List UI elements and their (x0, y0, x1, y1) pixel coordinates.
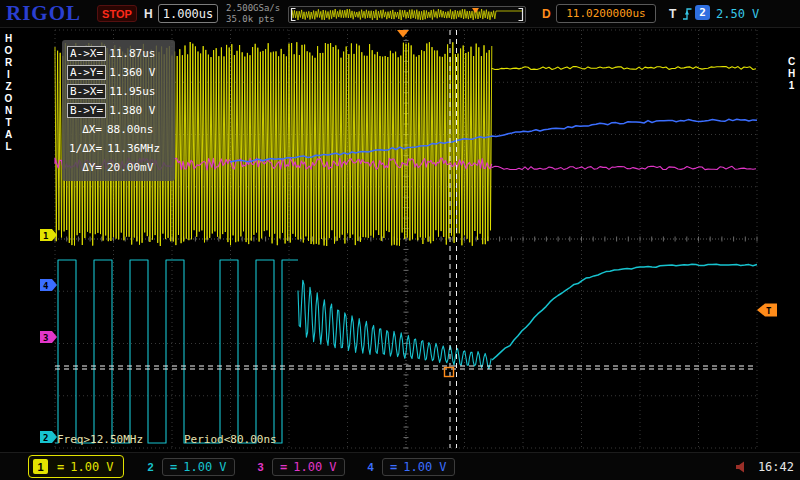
horizontal-label: H (144, 7, 153, 21)
cursor-bx-value: 11.95us (109, 85, 155, 98)
channel3-status[interactable]: 3 =1.00 V (248, 455, 350, 478)
right-menu-title: CH1 (786, 56, 797, 92)
cursor-ay-value: 1.360 V (109, 66, 155, 79)
cursor-invdx-label: 1/ΔX= (67, 141, 104, 156)
window-bracket-right (519, 9, 523, 21)
ch2-trace (492, 264, 757, 360)
cursor-bx-label: B->X= (67, 84, 106, 99)
channel1-scale: 1.00 V (70, 460, 113, 474)
channel1-settings-box: =1.00 V (52, 458, 119, 476)
cursor-dx-value: 88.00ns (107, 123, 153, 136)
cursor-ay-label: A->Y= (67, 65, 106, 80)
oscilloscope-screen: { "topbar": { "logo": "RIGOL", "run_stat… (0, 0, 800, 480)
period-counter: Period<80.00ns (184, 433, 277, 446)
dc-coupling-icon: = (390, 460, 397, 474)
trigger-source-badge[interactable]: 2 (695, 5, 710, 20)
cursor-row: B->X=11.95us (67, 82, 170, 101)
dc-coupling-icon: = (280, 460, 287, 474)
cursor-dx-label: ΔX= (67, 122, 104, 137)
cursor-row: B->Y=1.380 V (67, 101, 170, 120)
cursor-row: A->Y=1.360 V (67, 63, 170, 82)
run-stop-status[interactable]: STOP (97, 5, 137, 22)
cursor-row: A->X=11.87us (67, 44, 170, 63)
ch2-trace (298, 280, 491, 369)
trigger-label: T (669, 7, 676, 21)
rigol-logo: RIGOL (6, 1, 81, 26)
cursor-dy-label: ΔY= (67, 160, 104, 175)
channel4-status[interactable]: 4 =1.00 V (358, 455, 460, 478)
cursor-readout-panel: A->X=11.87us A->Y=1.360 V B->X=11.95us B… (62, 40, 175, 181)
channel4-scale: 1.00 V (403, 460, 446, 474)
delay-label: D (542, 7, 551, 21)
cursor-by-label: B->Y= (67, 103, 106, 118)
channel3-badge: 3 (253, 459, 268, 474)
memory-depth: 35.0k pts (226, 14, 280, 25)
cursor-row: ΔY=20.00mV (67, 158, 170, 177)
channel2-status[interactable]: 2 =1.00 V (138, 455, 240, 478)
svg-text:T: T (766, 306, 772, 316)
memory-position-strip[interactable] (288, 6, 526, 23)
svg-text:1: 1 (43, 231, 48, 241)
channel1-badge: 1 (33, 459, 48, 474)
cursor-row: ΔX=88.00ns (67, 120, 170, 139)
top-bar: RIGOL STOP H 1.000us 2.500GSa/s 35.0k pt… (0, 0, 800, 28)
svg-text:3: 3 (43, 333, 48, 343)
cursor-ax-value: 11.87us (109, 47, 155, 60)
svg-text:4: 4 (43, 281, 49, 291)
channel2-settings-box: =1.00 V (162, 458, 235, 476)
channel3-settings-box: =1.00 V (272, 458, 345, 476)
cursor-row: 1/ΔX=11.36MHz (67, 139, 170, 158)
cursor-dy-value: 20.00mV (107, 161, 153, 174)
cursor-by-value: 1.380 V (109, 104, 155, 117)
freq-counter: Freq>12.50MHz (57, 433, 143, 446)
channel4-settings-box: =1.00 V (382, 458, 455, 476)
strip-trigger-marker (472, 8, 479, 13)
cursor-ax-label: A->X= (67, 46, 106, 61)
bottom-bar: 1 =1.00 V 2 =1.00 V 3 =1.00 V 4 =1.00 V … (0, 452, 800, 480)
ch2-trace (55, 260, 298, 443)
trigger-position-marker (397, 30, 409, 38)
channel4-badge: 4 (363, 459, 378, 474)
channel1-status[interactable]: 1 =1.00 V (28, 455, 124, 478)
left-menu-title: HORIZONTAL (3, 33, 14, 153)
sound-icon (735, 461, 748, 473)
clock: 16:42 (758, 460, 794, 474)
dc-coupling-icon: = (170, 460, 177, 474)
channel2-scale: 1.00 V (183, 460, 226, 474)
ch1-trace (492, 67, 756, 70)
acquisition-readout: 2.500GSa/s 35.0k pts (226, 3, 280, 25)
ch3-trace (492, 166, 756, 169)
dc-coupling-icon: = (57, 460, 64, 474)
rising-edge-icon (681, 6, 693, 22)
cursor-invdx-value: 11.36MHz (107, 142, 160, 155)
timebase-value[interactable]: 1.000us (158, 4, 218, 23)
trigger-level-value[interactable]: 2.50 V (716, 7, 759, 21)
svg-text:2: 2 (43, 433, 48, 443)
memory-waveform-preview (289, 7, 525, 22)
sample-rate: 2.500GSa/s (226, 3, 280, 14)
channel2-badge: 2 (143, 459, 158, 474)
trigger-delay-value[interactable]: 11.0200000us (556, 4, 656, 23)
channel3-scale: 1.00 V (293, 460, 336, 474)
